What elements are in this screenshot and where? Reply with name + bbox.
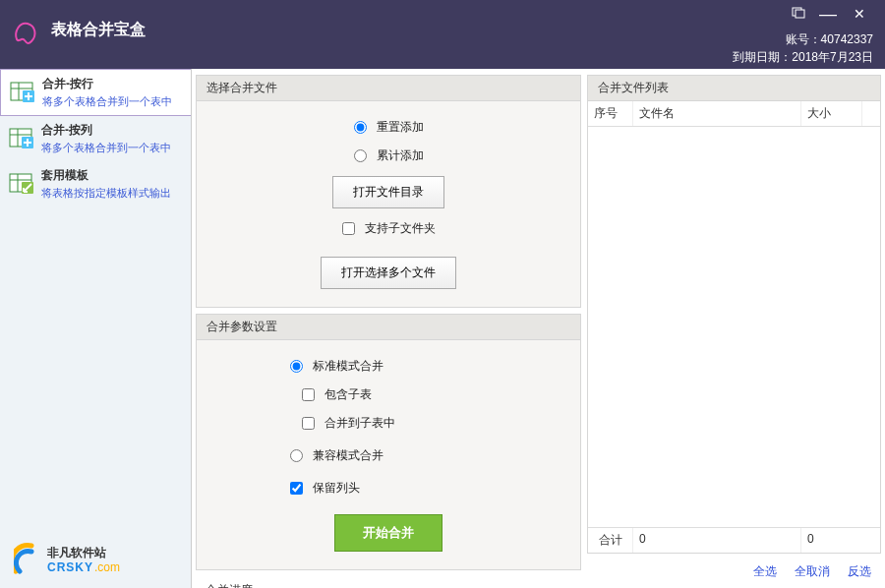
file-list-group: 合并文件列表 序号 文件名 大小 合计 0 0 xyxy=(587,75,881,554)
svg-text:.com: .com xyxy=(94,560,120,574)
sidebar-item-desc: 将表格按指定模板样式输出 xyxy=(41,186,171,201)
deselect-all-link[interactable]: 全取消 xyxy=(795,563,830,580)
sidebar-item-label: 合并-按列 xyxy=(41,122,171,139)
open-files-button[interactable]: 打开选择多个文件 xyxy=(321,257,456,289)
minimize-button[interactable]: — xyxy=(816,4,840,24)
col-index[interactable]: 序号 xyxy=(588,101,633,126)
checkbox-keep-header-label: 保留列头 xyxy=(313,480,360,497)
col-filename[interactable]: 文件名 xyxy=(633,101,801,126)
col-size[interactable]: 大小 xyxy=(801,101,862,126)
selection-links: 全选 全取消 反选 xyxy=(587,558,881,584)
app-title: 表格合并宝盒 xyxy=(51,20,146,40)
radio-accum-add-label: 累计添加 xyxy=(377,147,424,164)
svg-text:非凡软件站: 非凡软件站 xyxy=(46,546,106,559)
checkbox-merge-to-subtable[interactable] xyxy=(302,417,315,430)
checkbox-merge-to-subtable-label: 合并到子表中 xyxy=(324,415,395,432)
expiry-value: 2018年7月23日 xyxy=(792,50,873,64)
progress-label: 合并进度 xyxy=(196,576,581,588)
total-size: 0 xyxy=(801,528,880,553)
merge-rows-icon xyxy=(9,79,36,106)
file-select-group: 选择合并文件 重置添加 累计添加 打开文件目录 支持子文件夹 打开选择多个文件 xyxy=(196,75,581,308)
radio-standard-mode[interactable] xyxy=(290,360,303,373)
sidebar-item-template[interactable]: 套用模板 将表格按指定模板样式输出 xyxy=(0,161,191,206)
app-logo-icon xyxy=(12,18,41,47)
svg-rect-1 xyxy=(796,10,804,18)
template-icon xyxy=(8,170,35,198)
checkbox-keep-header[interactable] xyxy=(290,482,303,495)
title-bar: 表格合并宝盒 — ✕ 账号：40742337 到期日期：2018年7月23日 xyxy=(0,0,885,69)
checkbox-include-subtable[interactable] xyxy=(302,388,315,401)
col-scroll-spacer xyxy=(862,101,880,126)
radio-compat-mode-label: 兼容模式合并 xyxy=(313,447,384,464)
file-select-header: 选择合并文件 xyxy=(197,76,580,101)
radio-standard-mode-label: 标准模式合并 xyxy=(313,358,384,375)
table-body xyxy=(588,127,880,527)
sidebar: 合并-按行 将多个表格合并到一个表中 合并-按列 将多个表格合并到一个表中 套用… xyxy=(0,69,192,588)
account-label: 账号： xyxy=(786,32,821,46)
svg-text:CRSKY: CRSKY xyxy=(47,560,93,574)
sidebar-item-merge-cols[interactable]: 合并-按列 将多个表格合并到一个表中 xyxy=(0,116,191,161)
table-header: 序号 文件名 大小 xyxy=(588,101,880,127)
checkbox-subfolder-label: 支持子文件夹 xyxy=(365,220,436,237)
total-label: 合计 xyxy=(588,528,633,553)
expiry-label: 到期日期： xyxy=(733,50,792,64)
radio-reset-add-label: 重置添加 xyxy=(377,119,424,136)
close-button[interactable]: ✕ xyxy=(848,4,871,24)
sidebar-item-label: 套用模板 xyxy=(41,167,171,184)
select-all-link[interactable]: 全选 xyxy=(753,563,777,580)
sidebar-item-merge-rows[interactable]: 合并-按行 将多个表格合并到一个表中 xyxy=(0,69,191,116)
checkbox-subfolder[interactable] xyxy=(342,222,355,235)
invert-selection-link[interactable]: 反选 xyxy=(848,563,871,580)
window-box-icon[interactable] xyxy=(787,4,810,24)
sidebar-item-desc: 将多个表格合并到一个表中 xyxy=(41,141,171,155)
account-info: 账号：40742337 xyxy=(786,31,873,48)
expiry-info: 到期日期：2018年7月23日 xyxy=(733,49,873,66)
brand-logo: 非凡软件站 CRSKY .com xyxy=(0,534,191,588)
total-name: 0 xyxy=(633,528,801,553)
merge-cols-icon xyxy=(8,125,35,152)
params-header: 合并参数设置 xyxy=(197,315,580,340)
file-list-header: 合并文件列表 xyxy=(588,76,880,101)
params-group: 合并参数设置 标准模式合并 包含子表 合并到子表中 兼容模式合并 保留列头 开始… xyxy=(196,314,581,570)
table-footer: 合计 0 0 xyxy=(588,527,880,553)
open-dir-button[interactable]: 打开文件目录 xyxy=(332,176,444,208)
radio-compat-mode[interactable] xyxy=(290,449,303,462)
start-merge-button[interactable]: 开始合并 xyxy=(334,514,442,552)
sidebar-item-label: 合并-按行 xyxy=(42,76,172,92)
radio-accum-add[interactable] xyxy=(354,149,367,162)
radio-reset-add[interactable] xyxy=(354,121,367,134)
sidebar-item-desc: 将多个表格合并到一个表中 xyxy=(42,94,172,109)
account-value: 40742337 xyxy=(821,32,873,46)
checkbox-include-subtable-label: 包含子表 xyxy=(324,386,372,403)
